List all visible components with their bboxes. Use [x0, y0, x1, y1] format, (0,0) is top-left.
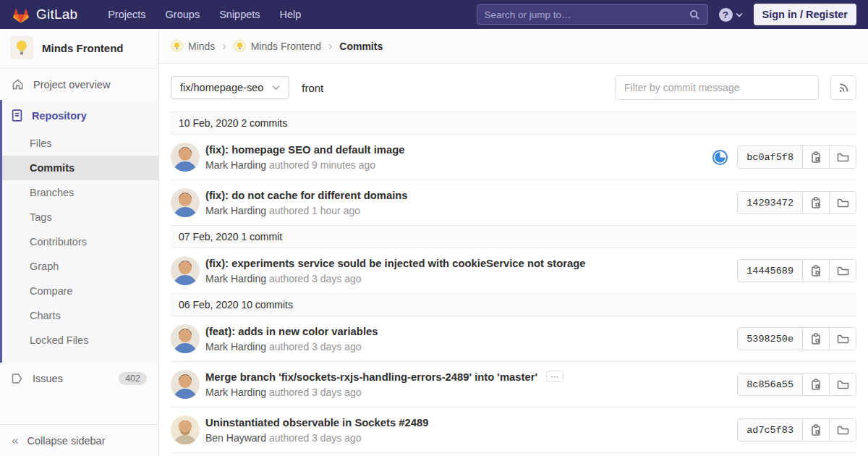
commit-controls: bc0af5f8	[712, 145, 856, 169]
commit-sha[interactable]: bc0af5f8	[738, 146, 802, 168]
sidebar-item-commits[interactable]: Commits	[2, 156, 158, 180]
sidebar-item-branches[interactable]: Branches	[2, 180, 158, 205]
commit-author-link[interactable]: Ben Hayward	[205, 432, 266, 444]
folder-icon	[837, 152, 849, 162]
sidebar-item-charts[interactable]: Charts	[2, 303, 158, 328]
gitlab-logo[interactable]: GitLab	[12, 6, 77, 24]
breadcrumb-label: Minds Frontend	[251, 41, 321, 52]
project-avatar	[10, 36, 33, 59]
copy-sha-button[interactable]	[802, 328, 829, 350]
commit-author-link[interactable]: Mark Harding	[205, 387, 266, 398]
browse-files-button[interactable]	[829, 146, 856, 168]
lightbulb-icon	[10, 36, 33, 59]
sidebar-section-repository: Repository Files Commits Branches Tags C…	[0, 100, 158, 363]
folder-icon	[837, 266, 849, 276]
sidebar-item-label: Project overview	[33, 79, 110, 90]
avatar[interactable]	[171, 256, 200, 285]
sidebar-item-repository[interactable]: Repository	[2, 100, 158, 131]
breadcrumb-item-minds-frontend[interactable]: Minds Frontend	[234, 40, 321, 52]
sidebar-item-issues[interactable]: Issues 402	[0, 363, 158, 394]
main-nav-menu: Projects Groups Snippets Help	[108, 9, 301, 20]
commit-sha[interactable]: 14445689	[738, 260, 802, 282]
commit-date-header: 10 Feb, 2020 2 commits	[171, 111, 856, 135]
copy-sha-button[interactable]	[802, 260, 829, 282]
copy-sha-button[interactable]	[802, 419, 829, 441]
commit-filter-input[interactable]	[615, 75, 819, 100]
commit-row: Merge branch 'fix/sockets-rxjs-handling-…	[171, 362, 856, 408]
sidebar-item-files[interactable]: Files	[2, 131, 158, 156]
browse-files-button[interactable]	[829, 192, 856, 214]
avatar[interactable]	[171, 188, 200, 217]
commit-sha[interactable]: 8c856a55	[738, 373, 802, 395]
commit-author-link[interactable]: Mark Harding	[205, 205, 266, 216]
commit-author-link[interactable]: Mark Harding	[205, 273, 266, 284]
avatar[interactable]	[171, 415, 200, 444]
commits-feed-button[interactable]	[830, 75, 856, 100]
avatar[interactable]	[171, 143, 200, 172]
commit-sha-group: 14293472	[737, 191, 856, 214]
commit-controls: 14293472	[737, 191, 856, 214]
commit-sha[interactable]: 14293472	[738, 192, 802, 214]
collapse-sidebar-button[interactable]: « Collapse sidebar	[0, 424, 158, 456]
copy-sha-button[interactable]	[802, 373, 829, 395]
commit-title-link[interactable]: Merge branch 'fix/sockets-rxjs-handling-…	[205, 371, 537, 383]
global-search[interactable]	[477, 4, 708, 25]
clipboard-icon	[811, 424, 821, 436]
help-menu[interactable]: ?	[719, 8, 743, 22]
commit-info: Merge branch 'fix/sockets-rxjs-handling-…	[205, 371, 726, 398]
commit-author-link[interactable]: Mark Harding	[205, 159, 266, 171]
commit-controls: 14445689	[737, 259, 856, 282]
browse-files-button[interactable]	[829, 328, 856, 350]
browse-files-button[interactable]	[829, 260, 856, 282]
sign-in-register-button[interactable]: Sign in / Register	[754, 4, 856, 25]
commit-meta: Mark Harding authored 3 days ago	[205, 341, 726, 352]
commit-info: Uninstantiated observable in Sockets #24…	[205, 416, 726, 444]
copy-sha-button[interactable]	[802, 146, 829, 168]
search-input[interactable]	[485, 9, 689, 20]
sidebar-item-tags[interactable]: Tags	[2, 205, 158, 229]
browse-files-button[interactable]	[829, 373, 856, 395]
commit-title-link[interactable]: (fix): do not cache for different domain…	[205, 190, 408, 201]
commit-title-link[interactable]: Uninstantiated observable in Sockets #24…	[205, 417, 428, 428]
commit-description-toggle[interactable]: ⋯	[546, 371, 563, 382]
commit-controls: 8c856a55	[737, 373, 856, 396]
sidebar-item-contributors[interactable]: Contributors	[2, 229, 158, 254]
commit-authored-time: authored 1 hour ago	[269, 205, 360, 216]
avatar[interactable]	[171, 370, 200, 399]
avatar[interactable]	[171, 324, 200, 353]
commit-sha[interactable]: 5398250e	[738, 328, 802, 350]
commit-sha[interactable]: ad7c5f83	[738, 419, 802, 441]
commit-author-link[interactable]: Mark Harding	[205, 341, 266, 352]
project-sidebar: Minds Frontend Project overview Reposito…	[0, 29, 159, 456]
collapse-sidebar-label: Collapse sidebar	[27, 435, 105, 447]
commit-controls: ad7c5f83	[737, 418, 856, 442]
project-name: Minds Frontend	[42, 42, 124, 54]
sidebar-item-project-overview[interactable]: Project overview	[0, 69, 158, 100]
sidebar-item-graph[interactable]: Graph	[2, 254, 158, 279]
commit-meta: Mark Harding authored 3 days ago	[205, 387, 726, 398]
browse-files-button[interactable]	[829, 419, 856, 441]
sidebar-item-locked-files[interactable]: Locked Files	[2, 328, 158, 352]
navbar-right: ? Sign in / Register	[477, 4, 856, 25]
commit-title-link[interactable]: (fix): experiments service sould be inje…	[205, 258, 585, 269]
commit-info: (fix): homepage SEO and default image Ma…	[205, 143, 700, 171]
project-avatar-small	[234, 40, 246, 52]
double-chevron-left-icon: «	[12, 434, 18, 447]
folder-icon	[837, 198, 849, 208]
sidebar-item-compare[interactable]: Compare	[2, 279, 158, 303]
pipeline-status-running-icon[interactable]	[712, 149, 728, 166]
commit-title-link[interactable]: (feat): adds in new color variables	[205, 326, 378, 337]
nav-groups[interactable]: Groups	[166, 9, 200, 20]
commit-title-link[interactable]: (fix): homepage SEO and default image	[205, 144, 404, 156]
clipboard-icon	[811, 379, 821, 390]
branch-selector-dropdown[interactable]: fix/homepage-seo	[171, 76, 289, 99]
chevron-down-icon	[736, 12, 743, 17]
commit-meta: Mark Harding authored 9 minutes ago	[205, 159, 700, 171]
breadcrumb-item-minds[interactable]: Minds	[171, 40, 215, 52]
nav-help[interactable]: Help	[280, 9, 302, 20]
nav-projects[interactable]: Projects	[108, 9, 145, 20]
project-context-header[interactable]: Minds Frontend	[0, 29, 158, 69]
commit-meta: Mark Harding authored 3 days ago	[205, 273, 726, 284]
copy-sha-button[interactable]	[802, 192, 829, 214]
nav-snippets[interactable]: Snippets	[219, 9, 260, 20]
